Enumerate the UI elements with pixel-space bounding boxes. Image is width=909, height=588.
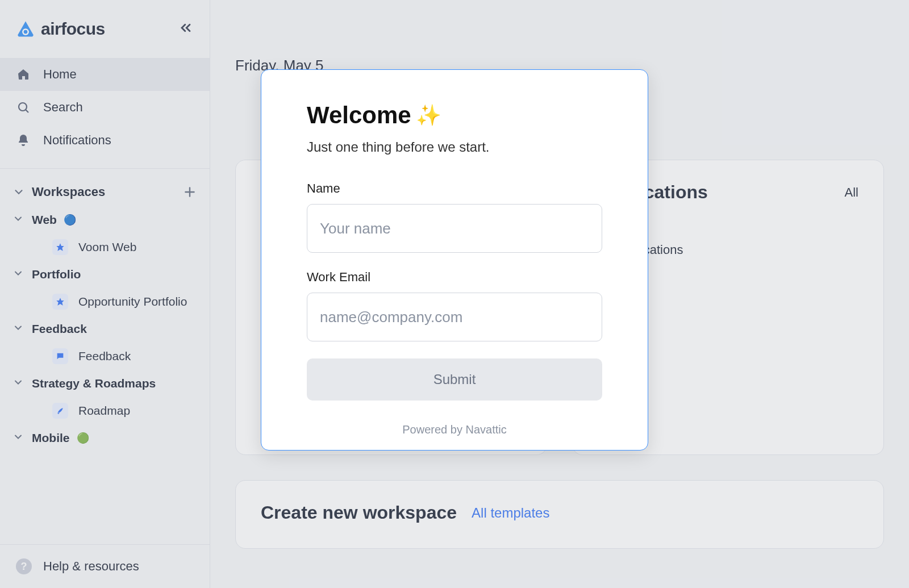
modal-title: Welcome ✨ (307, 102, 602, 129)
email-field-group: Work Email (307, 270, 602, 341)
sparkles-icon: ✨ (416, 103, 441, 127)
modal-overlay[interactable]: Welcome ✨ Just one thing before we start… (0, 0, 909, 588)
email-input[interactable] (307, 293, 602, 341)
modal-title-text: Welcome (307, 102, 411, 129)
name-label: Name (307, 181, 602, 196)
welcome-modal: Welcome ✨ Just one thing before we start… (261, 69, 648, 451)
name-input[interactable] (307, 204, 602, 253)
modal-subtitle: Just one thing before we start. (307, 139, 602, 155)
powered-by: Powered by Navattic (307, 423, 602, 436)
email-label: Work Email (307, 270, 602, 285)
name-field-group: Name (307, 181, 602, 253)
submit-button[interactable]: Submit (307, 358, 602, 401)
